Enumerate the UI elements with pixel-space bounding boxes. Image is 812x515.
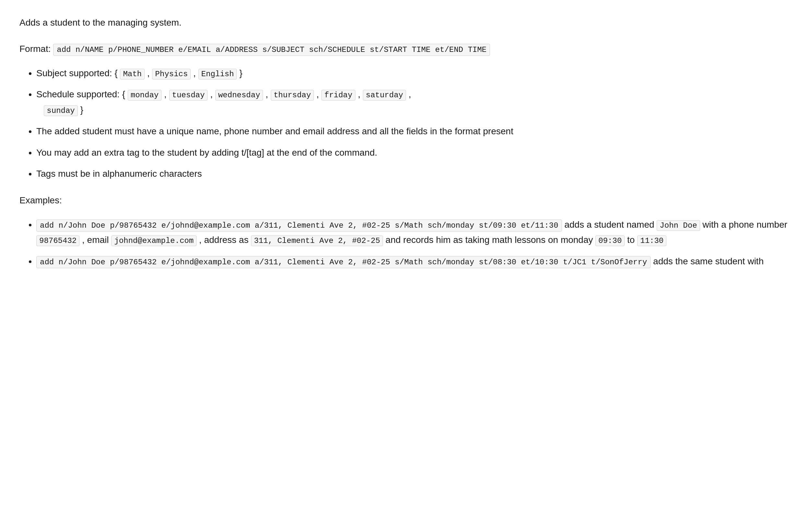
- subject-english: English: [199, 69, 237, 80]
- subject-physics: Physics: [152, 69, 191, 80]
- format-code: add n/NAME p/PHONE_NUMBER e/EMAIL a/ADDR…: [53, 44, 490, 56]
- example1-desc-mid4: and records him as taking math lessons o…: [383, 235, 596, 245]
- example1-command: add n/John Doe p/98765432 e/johnd@exampl…: [36, 220, 562, 232]
- example1-desc-mid1: with a phone number: [700, 220, 787, 230]
- bullet-tag: You may add an extra tag to the student …: [36, 145, 792, 161]
- example1-address: 311, Clementi Ave 2, #02-25: [251, 235, 383, 246]
- schedule-saturday: saturday: [363, 90, 406, 101]
- schedules-suffix: }: [78, 105, 83, 115]
- example2-desc: adds the same student with: [653, 256, 764, 266]
- format-line: Format: add n/NAME p/PHONE_NUMBER e/EMAI…: [20, 42, 792, 56]
- example1-time2: 11:30: [637, 235, 666, 246]
- example1-name: John Doe: [657, 220, 700, 231]
- format-label: Format:: [20, 44, 51, 54]
- bullet-schedules: Schedule supported: { monday , tuesday ,…: [36, 87, 792, 118]
- example1-time1: 09:30: [596, 235, 625, 246]
- example1-desc-mid3: , address as: [197, 235, 251, 245]
- schedule-sunday: sunday: [44, 106, 78, 116]
- examples-list: add n/John Doe p/98765432 e/johnd@exampl…: [20, 217, 792, 269]
- bullet-alphanumeric-text: Tags must be in alphanumeric characters: [36, 169, 202, 179]
- example-1: add n/John Doe p/98765432 e/johnd@exampl…: [36, 217, 792, 248]
- example1-email: johnd@example.com: [111, 235, 197, 246]
- example2-command: add n/John Doe p/98765432 e/johnd@exampl…: [36, 256, 650, 268]
- schedules-prefix: Schedule supported: {: [36, 89, 128, 99]
- subject-math: Math: [120, 69, 145, 80]
- subjects-prefix: Subject supported: {: [36, 68, 120, 78]
- bullets-list: Subject supported: { Math , Physics , En…: [20, 65, 792, 181]
- schedule-monday: monday: [128, 90, 162, 101]
- bullet-unique: The added student must have a unique nam…: [36, 123, 792, 139]
- bullet-subjects: Subject supported: { Math , Physics , En…: [36, 65, 792, 81]
- schedule-wednesday: wednesday: [215, 90, 263, 101]
- bullet-tag-text: You may add an extra tag to the student …: [36, 148, 377, 158]
- example1-desc-mid2: , email: [80, 235, 111, 245]
- schedule-friday: friday: [321, 90, 355, 101]
- bullet-alphanumeric: Tags must be in alphanumeric characters: [36, 166, 792, 181]
- schedule-thursday: thursday: [271, 90, 314, 101]
- example-2: add n/John Doe p/98765432 e/johnd@exampl…: [36, 254, 792, 269]
- subjects-suffix: }: [237, 68, 242, 78]
- page-description: Adds a student to the managing system.: [20, 16, 792, 30]
- schedule-tuesday: tuesday: [169, 90, 208, 101]
- example1-phone: 98765432: [36, 235, 80, 246]
- example1-desc-pre: adds a student named: [564, 220, 657, 230]
- bullet-unique-text: The added student must have a unique nam…: [36, 126, 513, 136]
- examples-header: Examples:: [20, 193, 792, 208]
- example1-to: to: [625, 235, 637, 245]
